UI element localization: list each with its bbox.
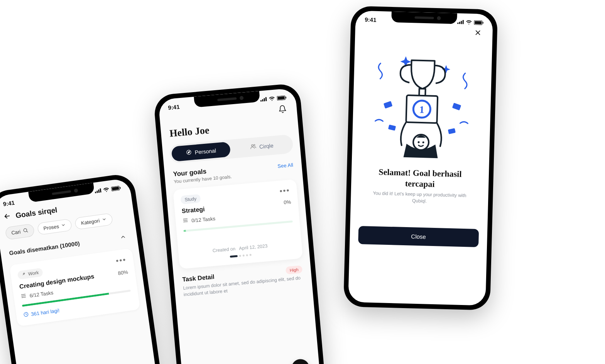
filter-process-label: Proses (43, 223, 59, 231)
svg-rect-26 (483, 22, 483, 24)
signal-icon (457, 20, 464, 24)
wifi-icon (103, 187, 110, 192)
close-icon[interactable] (474, 29, 484, 39)
goal-tag: Study (181, 194, 201, 204)
back-icon[interactable] (3, 212, 12, 222)
phone-mock-success: 9:41 (343, 6, 498, 310)
svg-rect-25 (475, 21, 482, 24)
svg-point-19 (253, 145, 255, 146)
chevron-down-icon (61, 222, 66, 229)
compass-icon (186, 149, 192, 156)
status-time: 9:41 (168, 103, 180, 111)
svg-rect-31 (419, 89, 425, 96)
phone-mock-dashboard: 9:41 Hello Joe (153, 83, 326, 364)
clock-icon (23, 312, 29, 319)
svg-rect-9 (260, 100, 262, 102)
svg-point-7 (24, 228, 27, 232)
goal-title: Strategi (181, 206, 205, 215)
svg-rect-30 (448, 128, 456, 134)
goal-tag: Work (17, 268, 43, 280)
success-title: Selamat! Goal berhasil tercapai (351, 159, 489, 193)
close-button[interactable]: Close (358, 226, 479, 247)
card-menu-button[interactable]: ••• (279, 186, 291, 195)
svg-marker-17 (188, 151, 190, 153)
days-left-label: 361 hari lagi! (30, 307, 60, 317)
svg-rect-22 (461, 21, 462, 24)
signal-icon (260, 97, 267, 101)
pin-icon (21, 272, 26, 278)
collapse-toggle[interactable] (117, 231, 129, 243)
phone-mock-goals-list: 9:41 Goals sirqel Cari (0, 172, 174, 364)
status-time: 9:41 (3, 199, 15, 207)
svg-text:1: 1 (419, 104, 424, 115)
goal-percent: 80% (118, 269, 128, 276)
battery-icon (474, 20, 483, 25)
svg-rect-1 (96, 190, 98, 193)
svg-rect-21 (459, 22, 460, 24)
goal-card[interactable]: ••• Work Creating design mockups 80% 6/1… (9, 248, 140, 327)
svg-rect-23 (463, 20, 464, 24)
svg-rect-6 (120, 187, 121, 189)
edit-fab[interactable] (291, 359, 310, 364)
page-title: Goals sirqel (15, 206, 58, 220)
svg-rect-20 (457, 22, 458, 24)
card-menu-button[interactable]: ••• (115, 255, 127, 266)
svg-rect-0 (95, 192, 96, 193)
signal-icon (95, 188, 101, 193)
goal-tag-label: Work (28, 270, 39, 277)
goal-card[interactable]: ••• Study Strategi 0% 0/12 Tasks Created… (173, 179, 303, 269)
pager-dot (239, 255, 241, 257)
svg-rect-2 (98, 189, 100, 193)
goal-tasks: 0/12 Tasks (191, 216, 216, 223)
svg-rect-14 (277, 96, 285, 100)
pager-dot (246, 254, 248, 256)
svg-rect-12 (265, 97, 267, 101)
people-icon (250, 143, 257, 151)
filter-category-label: Kategori (81, 218, 100, 226)
trophy-illustration: 1 (352, 35, 492, 162)
progress-fill (183, 230, 186, 232)
wifi-icon (269, 96, 275, 101)
battery-icon (111, 185, 121, 191)
svg-rect-10 (262, 99, 264, 101)
search-icon (22, 228, 29, 235)
checklist-icon (183, 217, 189, 224)
svg-rect-27 (384, 101, 392, 109)
tab-cirqle[interactable]: Cirqle (232, 136, 292, 156)
wifi-icon (466, 20, 472, 24)
svg-point-18 (251, 145, 253, 147)
battery-icon (277, 95, 287, 100)
pager-dot-active (230, 255, 238, 258)
created-date: April 12, 2023 (239, 243, 268, 251)
tab-personal-label: Personal (194, 147, 216, 155)
tab-cirqle-label: Cirqle (259, 142, 274, 150)
checklist-icon (20, 293, 27, 300)
notch (391, 12, 457, 24)
pager-dot (249, 254, 251, 256)
status-time: 9:41 (365, 16, 376, 23)
svg-rect-28 (452, 103, 461, 110)
svg-rect-11 (264, 98, 265, 101)
goal-percent: 0% (284, 199, 291, 205)
svg-rect-3 (100, 188, 101, 192)
see-all-link[interactable]: See All (277, 162, 294, 169)
tab-personal[interactable]: Personal (171, 142, 231, 162)
notifications-button[interactable] (278, 104, 289, 115)
chevron-down-icon (101, 217, 107, 223)
svg-rect-29 (388, 125, 396, 131)
search-chip-label: Cari (11, 229, 21, 236)
svg-rect-5 (112, 186, 119, 190)
created-label: Created on (212, 246, 235, 253)
svg-rect-15 (286, 96, 286, 98)
pager-dot (243, 254, 245, 256)
goal-tasks: 6/12 Tasks (29, 290, 54, 298)
